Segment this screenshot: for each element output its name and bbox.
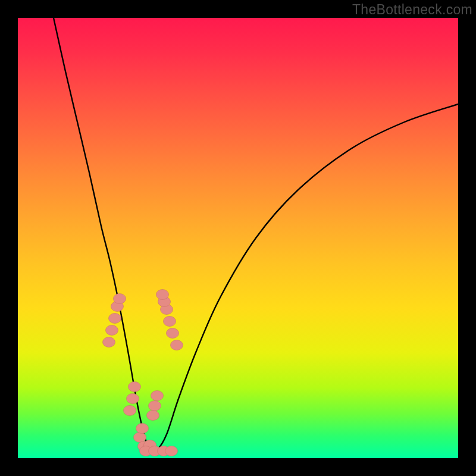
bead-left (106, 325, 118, 336)
bead-left (136, 424, 149, 434)
curve-line (54, 18, 458, 452)
watermark-label: TheBottleneck.com (352, 2, 472, 18)
bead-left (124, 406, 136, 416)
bead-left (129, 382, 141, 392)
bead-right (171, 340, 183, 350)
plot-area (18, 18, 458, 458)
bead-left (109, 314, 121, 324)
data-beads (103, 290, 183, 456)
bead-left (103, 337, 115, 347)
bead-left (114, 294, 126, 304)
bead-left (134, 433, 146, 443)
bead-right (164, 317, 176, 327)
outer-frame: TheBottleneck.com (0, 0, 476, 476)
bead-bottom (165, 446, 178, 456)
bead-right (156, 290, 169, 300)
curve-svg (18, 18, 458, 458)
bead-right (167, 328, 179, 339)
bottleneck-curve (54, 18, 458, 452)
bead-left (127, 394, 139, 404)
bead-right (151, 391, 164, 401)
bead-right (149, 401, 161, 411)
bead-right (147, 411, 159, 421)
